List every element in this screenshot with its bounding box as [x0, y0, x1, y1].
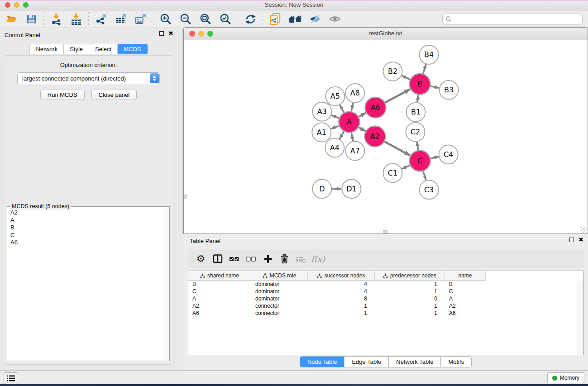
function-builder-button[interactable]: f(x): [310, 251, 326, 267]
graph-edge[interactable]: [430, 157, 439, 158]
import-table-button[interactable]: [68, 12, 84, 26]
save-session-button[interactable]: [24, 12, 39, 26]
column-header[interactable]: shared name: [188, 271, 251, 281]
graph-edge[interactable]: [385, 142, 411, 156]
graph-edge[interactable]: [402, 165, 410, 169]
canvas-bottom-handle[interactable]: [383, 230, 387, 234]
graph-edge[interactable]: [340, 105, 344, 113]
column-header[interactable]: name: [445, 271, 486, 281]
close-panel-icon[interactable]: ✖: [168, 31, 173, 36]
mcds-result-item[interactable]: A2: [8, 209, 163, 217]
tab-style[interactable]: Style: [64, 44, 89, 54]
table-scrollbar[interactable]: [578, 281, 583, 355]
graph-edge[interactable]: [417, 95, 418, 102]
table-cell[interactable]: A: [445, 295, 486, 302]
zoom-fit-button[interactable]: [198, 12, 213, 26]
mcds-result-item[interactable]: A: [8, 217, 163, 224]
graph-edge[interactable]: [423, 171, 426, 180]
graph-edge[interactable]: [339, 131, 344, 139]
graph-edge[interactable]: [351, 103, 353, 111]
graph-edge[interactable]: [417, 142, 418, 150]
graph-edge[interactable]: [430, 86, 439, 88]
table-cell[interactable]: connector: [251, 310, 308, 316]
table-cell[interactable]: dominator: [251, 288, 308, 295]
column-header[interactable]: successor nodes: [308, 271, 375, 281]
search-input[interactable]: [454, 15, 579, 23]
table-cell[interactable]: C: [445, 288, 486, 295]
resize-grip[interactable]: [581, 227, 587, 233]
table-cell[interactable]: B: [445, 281, 486, 287]
table-cell[interactable]: A2: [445, 303, 486, 309]
mcds-result-scrollbar[interactable]: [164, 207, 169, 360]
delete-column-button[interactable]: [276, 251, 293, 267]
tab-mcds[interactable]: MCDS: [118, 44, 147, 54]
column-visibility-button[interactable]: [209, 251, 226, 267]
table-cell[interactable]: 1: [375, 288, 445, 295]
table-cell[interactable]: A6: [188, 310, 251, 316]
network-canvas[interactable]: B4B2BB3A8A5A6A3B1AA1C2A2A4A7C4CC1C3DD1: [184, 40, 588, 234]
table-cell[interactable]: 1: [308, 303, 375, 309]
apply-layout-button[interactable]: [243, 12, 258, 26]
close-table-panel-icon[interactable]: ✖: [578, 238, 583, 242]
open-session-button[interactable]: [4, 12, 19, 26]
zoom-out-button[interactable]: [178, 12, 193, 26]
graph-edge[interactable]: [423, 64, 426, 74]
table-cell[interactable]: 4: [308, 288, 375, 295]
table-cell[interactable]: connector: [251, 303, 308, 309]
memory-button[interactable]: Memory: [547, 372, 584, 383]
graph-edge[interactable]: [331, 115, 339, 118]
go-home-button[interactable]: [287, 12, 303, 26]
export-table-button[interactable]: [113, 12, 129, 26]
deselect-all-button[interactable]: [243, 251, 259, 267]
table-cell[interactable]: 8: [308, 295, 375, 302]
zoom-selected-button[interactable]: [218, 12, 233, 26]
graph-edge[interactable]: [351, 133, 353, 141]
show-hidden-button[interactable]: [327, 12, 343, 26]
table-cell[interactable]: A6: [445, 310, 486, 316]
zoom-in-button[interactable]: [158, 12, 173, 26]
table-cell[interactable]: dominator: [251, 281, 308, 287]
close-panel-button[interactable]: Close panel: [91, 90, 137, 100]
tab-node-table[interactable]: Node Table: [300, 357, 344, 367]
table-cell[interactable]: 4: [308, 281, 375, 287]
search-box[interactable]: [442, 14, 583, 24]
tab-edge-table[interactable]: Edge Table: [344, 357, 388, 367]
add-column-button[interactable]: [259, 251, 276, 267]
mcds-result-item[interactable]: C: [8, 232, 163, 239]
tab-network[interactable]: Network: [29, 44, 64, 54]
table-cell[interactable]: A: [188, 295, 251, 302]
export-image-button[interactable]: [133, 12, 148, 26]
delete-table-button[interactable]: [293, 251, 310, 267]
mcds-result-item[interactable]: B: [8, 224, 163, 232]
optimization-criterion-dropdown[interactable]: largest connected component (directed): [17, 72, 160, 84]
column-header[interactable]: MCDS role: [251, 271, 308, 281]
graph-edge[interactable]: [331, 126, 339, 129]
table-row[interactable]: Adominator80A: [188, 295, 578, 302]
table-cell[interactable]: 1: [375, 310, 445, 316]
float-table-panel-icon[interactable]: [569, 238, 574, 242]
graph-edge[interactable]: [359, 113, 366, 117]
table-cell[interactable]: 1: [308, 310, 375, 316]
table-cell[interactable]: 0: [375, 295, 445, 302]
table-cell[interactable]: dominator: [251, 295, 308, 302]
float-panel-icon[interactable]: [159, 31, 164, 36]
table-row[interactable]: A2connector11A2: [188, 302, 578, 310]
table-settings-button[interactable]: ⚙: [192, 251, 209, 267]
tab-select[interactable]: Select: [89, 44, 118, 54]
table-cell[interactable]: C: [188, 288, 251, 295]
graph-edge[interactable]: [385, 89, 411, 103]
task-history-button[interactable]: [4, 372, 18, 384]
table-cell[interactable]: B: [188, 281, 251, 287]
table-cell[interactable]: A2: [188, 303, 251, 309]
table-row[interactable]: Cdominator41C: [188, 288, 578, 295]
table-row[interactable]: A6connector11A6: [188, 310, 578, 317]
hide-selected-button[interactable]: [307, 12, 323, 26]
import-network-button[interactable]: [48, 12, 64, 26]
graph-edge[interactable]: [359, 127, 365, 131]
table-row[interactable]: Bdominator41B: [188, 281, 578, 288]
graph-edge[interactable]: [402, 76, 410, 80]
canvas-left-handle[interactable]: [184, 195, 187, 199]
clone-network-button[interactable]: [268, 12, 283, 26]
tab-network-table[interactable]: Network Table: [388, 357, 440, 367]
mcds-result-item[interactable]: A6: [8, 239, 163, 247]
